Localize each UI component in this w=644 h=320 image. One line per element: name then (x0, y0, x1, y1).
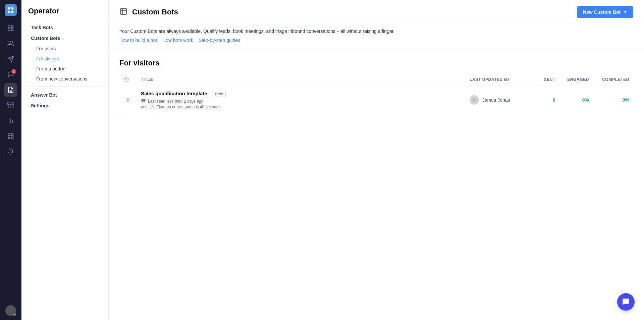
chevron-down-icon: ⌄ (61, 36, 64, 41)
app-logo[interactable] (5, 4, 17, 16)
rail-bottom (5, 305, 16, 316)
sub-header-description: Your Custom Bots are always available. Q… (119, 28, 633, 35)
nav-notifications-icon[interactable] (4, 145, 17, 158)
completed-value: 0% (623, 97, 629, 103)
page-content: For visitors ? Title Last updated by Sen… (109, 49, 644, 320)
sidebar-divider (21, 87, 108, 87)
sidebar-item-custom-bots[interactable]: Custom Bots ⌄ (24, 33, 106, 44)
meta-connector-text: and (141, 105, 148, 109)
sent-cell: 0 (533, 85, 559, 115)
sidebar-item-label: Settings (31, 103, 49, 108)
chat-bubble-button[interactable] (617, 293, 635, 311)
calendar-icon: 📅 (141, 99, 146, 104)
main-content: Custom Bots New Custom Bot ▼ Your Custom… (109, 0, 644, 320)
icon-rail: 1 (0, 0, 21, 320)
page-header: Custom Bots New Custom Bot ▼ (109, 0, 644, 23)
user-avatar[interactable] (5, 305, 16, 316)
sidebar-item-task-bots[interactable]: Task Bots › (24, 22, 106, 33)
user-name: James Jonas (482, 97, 510, 103)
bot-name[interactable]: Sales qualification template (141, 91, 207, 96)
bot-meta-text-2: Time on current page is 40 seconds (157, 105, 220, 109)
table-row[interactable]: ⠿ Sales qualification template Draft 📅 L… (119, 85, 633, 115)
nav-contacts-icon[interactable] (4, 37, 17, 50)
nav-send-icon[interactable] (4, 52, 17, 66)
sidebar-subitem-label: For visitors (36, 56, 59, 61)
sub-header: Your Custom Bots are always available. Q… (109, 23, 644, 49)
svg-rect-5 (11, 26, 13, 28)
bot-meta-text-1: Last seen less than 2 days ago (148, 99, 203, 104)
info-icon[interactable]: ? (123, 77, 129, 82)
svg-rect-20 (11, 137, 13, 139)
table-header-title: Title (137, 74, 466, 85)
nav-inbox-icon[interactable] (4, 99, 17, 112)
sidebar-subitem-from-button[interactable]: From a button (24, 64, 106, 74)
page-header-icon (119, 7, 129, 17)
svg-rect-19 (11, 134, 13, 136)
nav-home-icon[interactable] (4, 21, 17, 35)
chat-badge: 1 (11, 69, 16, 74)
table-header-engaged: Engaged (559, 74, 593, 85)
table-header-completed: Completed (593, 74, 633, 85)
table-header-updated-by: Last updated by (466, 74, 533, 85)
drag-handle-cell: ⠿ (119, 85, 137, 115)
link-how-bots-work[interactable]: How bots work (162, 38, 193, 43)
page-title: Custom Bots (132, 8, 178, 16)
user-info: James Jonas (470, 95, 529, 105)
sidebar-title: Operator (21, 7, 108, 22)
section-title: For visitors (119, 59, 633, 67)
svg-point-21 (473, 98, 475, 100)
svg-rect-0 (8, 7, 10, 9)
sidebar-subitem-for-users[interactable]: For users (24, 44, 106, 54)
sidebar-subitem-label: From new conversations (36, 76, 88, 82)
bot-title-cell: Sales qualification template Draft 📅 Las… (137, 85, 466, 115)
nav-apps-icon[interactable] (4, 129, 17, 143)
sub-header-links: How to build a bot How bots work Step-by… (119, 38, 633, 43)
chevron-right-icon: › (54, 25, 56, 30)
svg-rect-2 (8, 11, 10, 13)
link-how-to-build[interactable]: How to build a bot (119, 38, 157, 43)
sidebar-subitem-label: From a button (36, 66, 65, 71)
clock-icon: 🕐 (150, 105, 155, 109)
header-left: Custom Bots (119, 7, 178, 17)
drag-handle-icon[interactable]: ⠿ (123, 97, 133, 103)
svg-point-8 (9, 41, 11, 44)
sidebar-item-settings[interactable]: Settings (24, 100, 106, 111)
user-avatar-icon (470, 95, 479, 105)
online-indicator (13, 313, 16, 316)
sidebar-item-answer-bot[interactable]: Answer Bot (24, 90, 106, 100)
sidebar-subitem-label: For users (36, 46, 56, 51)
sidebar-item-label: Answer Bot (31, 92, 57, 98)
bot-meta-row-connector: and 🕐 Time on current page is 40 seconds (141, 105, 462, 109)
engaged-value: 0% (582, 97, 589, 103)
sidebar-subitem-for-visitors[interactable]: For visitors (24, 54, 106, 64)
new-bot-button-label: New Custom Bot (583, 9, 621, 15)
svg-rect-4 (8, 26, 10, 28)
svg-rect-18 (8, 134, 10, 136)
sidebar-item-label: Task Bots (31, 25, 53, 30)
svg-rect-7 (11, 29, 13, 31)
svg-rect-6 (8, 29, 10, 31)
sent-value: 0 (553, 97, 555, 103)
nav-chat-icon[interactable]: 1 (4, 68, 17, 81)
bots-table: ? Title Last updated by Sent Engaged Com… (119, 74, 633, 115)
svg-rect-1 (11, 7, 13, 9)
engaged-cell: 0% (559, 85, 593, 115)
updated-by-cell: James Jonas (466, 85, 533, 115)
completed-cell: 0% (593, 85, 633, 115)
nav-reports-icon[interactable] (4, 83, 17, 97)
nav-data-icon[interactable] (4, 114, 17, 127)
table-header-sent: Sent (533, 74, 559, 85)
sidebar-item-label: Custom Bots (31, 36, 60, 41)
bot-meta: 📅 Last seen less than 2 days ago and 🕐 T… (141, 99, 462, 109)
link-step-by-step[interactable]: Step-by-step guides (199, 38, 240, 43)
sidebar-subitem-from-new-conversations[interactable]: From new conversations (24, 74, 106, 84)
bot-meta-row-1: 📅 Last seen less than 2 days ago (141, 99, 462, 104)
table-header-check: ? (119, 74, 137, 85)
svg-rect-3 (11, 11, 13, 13)
caret-icon: ▼ (623, 10, 627, 14)
svg-rect-13 (8, 103, 14, 104)
status-badge: Draft (212, 91, 226, 97)
sidebar: Operator Task Bots › Custom Bots ⌄ For u… (21, 0, 109, 320)
new-custom-bot-button[interactable]: New Custom Bot ▼ (577, 6, 633, 18)
